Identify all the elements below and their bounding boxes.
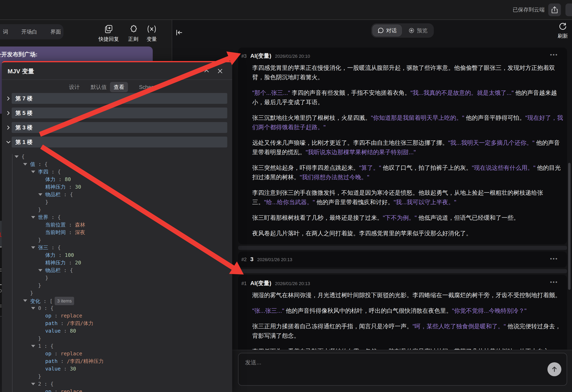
- floor-row-第7楼[interactable]: 第 7 楼: [2, 93, 232, 104]
- send-button[interactable]: [547, 362, 561, 376]
- tree-line[interactable]: }: [2, 236, 232, 244]
- tool-variable[interactable]: 变量: [136, 25, 167, 42]
- tree-line[interactable]: 精神压力 : 20: [2, 259, 232, 266]
- expander-triangle-icon[interactable]: [15, 155, 19, 158]
- json-tree[interactable]: {值 : {李四 : {体力 : 80精神压力 : 30物品栏 : {}}世界 …: [2, 152, 232, 392]
- expander-triangle-icon[interactable]: [31, 246, 35, 249]
- tree-line[interactable]: 变化 : [3 items: [2, 297, 232, 304]
- tree-line[interactable]: 当前位置 : 森林: [2, 221, 232, 229]
- tree-line[interactable]: 世界 : {: [2, 213, 232, 221]
- tree-line[interactable]: 当前时间 : 深夜: [2, 229, 232, 236]
- modal-tab-设计[interactable]: 设计: [65, 82, 83, 92]
- chevron-right-icon[interactable]: [5, 110, 11, 116]
- message-list[interactable]: #3AI(变量)2026/01/26 20:10•••李四感觉胃里的苹果正在慢慢…: [238, 48, 567, 350]
- topbar-partial-button[interactable]: [565, 3, 572, 16]
- tree-line[interactable]: 1 : {: [2, 342, 232, 350]
- editor-tab-界面[interactable]: 界面: [50, 28, 61, 35]
- expander-triangle-icon[interactable]: [31, 171, 35, 173]
- chevron-down-icon[interactable]: [5, 139, 11, 145]
- tree-line[interactable]: }: [2, 335, 232, 342]
- tree-line-text: op : replace: [45, 388, 82, 392]
- tree-line[interactable]: {: [2, 153, 232, 160]
- narration-text: 他叹了口气，拍了拍裤子上的灰。: [381, 164, 472, 171]
- tree-line[interactable]: }: [2, 206, 232, 213]
- message-more-icon[interactable]: •••: [550, 256, 558, 262]
- expander-triangle-icon[interactable]: [38, 193, 42, 196]
- tree-line[interactable]: path : /李四/体力: [2, 320, 232, 327]
- json-token: }: [38, 335, 41, 342]
- json-token: :: [48, 169, 58, 175]
- json-token: replace: [61, 313, 82, 319]
- json-token: :: [51, 351, 61, 357]
- floor-row-bg[interactable]: 第 7 楼: [12, 93, 227, 104]
- expander-triangle-icon[interactable]: [23, 163, 27, 165]
- editor-tab-词[interactable]: 词: [3, 28, 8, 35]
- expander-triangle-icon[interactable]: [23, 299, 27, 302]
- toggle-active-tab-对话[interactable]: 对话: [373, 25, 402, 36]
- floor-row-bg[interactable]: 第 1 楼: [12, 137, 227, 147]
- tree-line[interactable]: }: [2, 373, 232, 380]
- tree-line[interactable]: 2 : {: [2, 380, 232, 388]
- floor-row-bg[interactable]: 第 3 楼: [12, 122, 227, 133]
- share-button[interactable]: [548, 3, 561, 16]
- floor-row-第5楼[interactable]: 第 5 楼: [2, 108, 232, 118]
- tree-line[interactable]: 体力 : 80: [2, 176, 232, 183]
- send-arrow-icon: [551, 366, 558, 373]
- chat-scrollbar[interactable]: [568, 163, 571, 290]
- modal-tab-bar: 设计默认值查看Schema: [2, 80, 232, 93]
- refresh-button[interactable]: 刷新: [555, 22, 571, 39]
- tool-label: 变量: [147, 36, 157, 42]
- tree-line[interactable]: path : /李四/精神压力: [2, 357, 232, 365]
- tree-line[interactable]: }: [2, 198, 232, 206]
- tree-line[interactable]: }: [2, 282, 232, 289]
- tree-line[interactable]: op : replace: [2, 312, 232, 320]
- modal-tab-Schema[interactable]: Schema: [135, 82, 162, 92]
- tree-line-text: 精神压力 : 30: [45, 183, 81, 191]
- tree-line[interactable]: }: [2, 289, 232, 297]
- message-more-icon[interactable]: •••: [550, 279, 558, 285]
- tree-line[interactable]: 物品栏 : {: [2, 191, 232, 198]
- message-1: #1AI(变量)2026/01/26 20:13•••潮湿的雾气在林间弥漫，月光…: [238, 275, 567, 350]
- expander-triangle-icon[interactable]: [31, 216, 35, 218]
- tree-line[interactable]: 张三 : {: [2, 244, 232, 251]
- tree-line[interactable]: 精神压力 : 30: [2, 183, 232, 191]
- expander-triangle-icon[interactable]: [31, 383, 35, 385]
- collapse-sidebar-button[interactable]: [175, 29, 183, 37]
- close-icon: [217, 67, 223, 75]
- refresh-icon: [558, 22, 567, 31]
- tree-line[interactable]: }: [2, 274, 232, 282]
- floor-row-第3楼[interactable]: 第 3 楼: [2, 122, 232, 133]
- tree-line[interactable]: op : replace: [2, 350, 232, 357]
- json-token: 深夜: [75, 229, 85, 235]
- editor-tab-bar: 词开场白界面: [0, 24, 64, 39]
- tree-line[interactable]: value : 30: [2, 365, 232, 373]
- toggle-label: 预览: [417, 27, 428, 34]
- message-body: 潮湿的雾气在林间弥漫，月光透过树叶间隙投下斑驳的光影。李四蜷缩在一截腐烂的树干旁…: [238, 289, 567, 350]
- modal-tab-默认值[interactable]: 默认值: [87, 82, 110, 92]
- quoted-dialogue: "我...我真的不是故意的。就是太饿了...": [411, 89, 514, 96]
- floor-row-bg[interactable]: 第 5 楼: [12, 108, 227, 118]
- toggle-tab-预览[interactable]: 预览: [403, 25, 432, 36]
- tree-line[interactable]: 体力 : 100: [2, 251, 232, 259]
- json-token: {: [58, 214, 61, 220]
- chevron-right-icon[interactable]: [5, 125, 11, 131]
- tree-line[interactable]: 物品栏 : {: [2, 266, 232, 274]
- tree-line[interactable]: 李四 : {: [2, 168, 232, 176]
- modal-tab-查看[interactable]: 查看: [110, 82, 128, 92]
- close-button[interactable]: [217, 67, 223, 75]
- tree-line[interactable]: op : replace: [2, 388, 232, 392]
- chevron-right-icon[interactable]: [5, 96, 11, 101]
- editor-tab-开场白[interactable]: 开场白: [21, 28, 37, 35]
- json-token: 1: [38, 343, 41, 349]
- floor-row-第1楼[interactable]: 第 1 楼: [2, 137, 232, 147]
- json-token: 物品栏: [45, 192, 61, 197]
- tree-line[interactable]: value : 80: [2, 327, 232, 335]
- expander-triangle-icon[interactable]: [38, 269, 42, 272]
- expander-triangle-icon[interactable]: [31, 307, 35, 310]
- minimize-button[interactable]: [203, 68, 210, 74]
- tree-line[interactable]: 0 : {: [2, 304, 232, 312]
- tree-line[interactable]: 值 : {: [2, 160, 232, 168]
- message-input[interactable]: [238, 353, 567, 385]
- expander-triangle-icon[interactable]: [31, 345, 35, 347]
- message-more-icon[interactable]: •••: [550, 52, 558, 58]
